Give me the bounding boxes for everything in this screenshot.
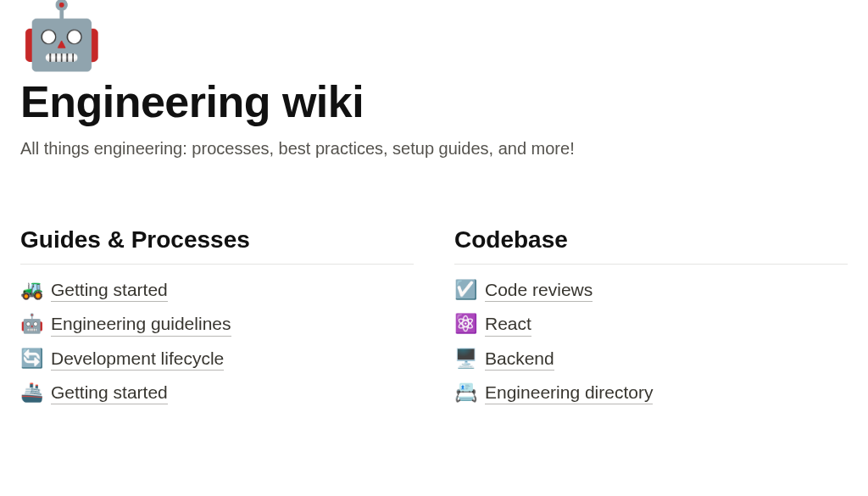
section-heading-codebase: Codebase xyxy=(454,226,848,265)
link-label: Development lifecycle xyxy=(51,347,224,371)
link-engineering-guidelines[interactable]: 🤖 Engineering guidelines xyxy=(20,312,414,336)
atom-icon: ⚛️ xyxy=(454,315,476,333)
link-label: Getting started xyxy=(51,278,168,302)
section-heading-guides: Guides & Processes xyxy=(20,226,414,265)
link-code-reviews[interactable]: ☑️ Code reviews xyxy=(454,278,848,302)
page-icon[interactable]: 🤖 xyxy=(20,2,848,68)
link-label: Backend xyxy=(485,347,554,371)
link-development-lifecycle[interactable]: 🔄 Development lifecycle xyxy=(20,347,414,371)
link-getting-started-2[interactable]: 🚢 Getting started xyxy=(20,381,414,404)
refresh-icon: 🔄 xyxy=(20,349,42,368)
link-label: Engineering directory xyxy=(485,381,653,404)
content-columns: Guides & Processes 🚜 Getting started 🤖 E… xyxy=(20,226,848,415)
link-label: Code reviews xyxy=(485,278,593,302)
checkbox-icon: ☑️ xyxy=(454,281,476,299)
page-subtitle: All things engineering: processes, best … xyxy=(20,139,848,159)
monitor-icon: 🖥️ xyxy=(454,349,476,368)
link-react[interactable]: ⚛️ React xyxy=(454,312,848,336)
link-label: Getting started xyxy=(51,381,168,404)
column-guides-processes: Guides & Processes 🚜 Getting started 🤖 E… xyxy=(20,226,414,415)
column-codebase: Codebase ☑️ Code reviews ⚛️ React 🖥️ Bac… xyxy=(454,226,848,415)
link-label: React xyxy=(485,312,531,336)
ship-icon: 🚢 xyxy=(20,383,42,402)
link-getting-started[interactable]: 🚜 Getting started xyxy=(20,278,414,302)
page-title: Engineering wiki xyxy=(20,76,848,127)
link-engineering-directory[interactable]: 📇 Engineering directory xyxy=(454,381,848,404)
link-label: Engineering guidelines xyxy=(51,312,231,336)
tractor-icon: 🚜 xyxy=(20,281,42,299)
rolodex-icon: 📇 xyxy=(454,383,476,402)
robot-icon: 🤖 xyxy=(20,315,42,333)
link-backend[interactable]: 🖥️ Backend xyxy=(454,347,848,371)
